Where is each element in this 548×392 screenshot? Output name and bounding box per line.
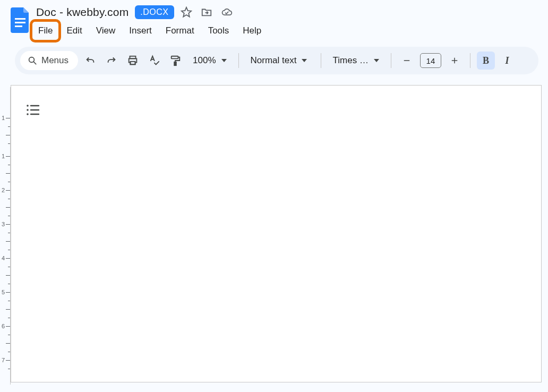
undo-icon xyxy=(84,55,96,66)
divider xyxy=(238,53,239,68)
menu-view[interactable]: View xyxy=(90,22,122,39)
svg-rect-2 xyxy=(15,25,22,27)
chevron-down-icon xyxy=(221,59,227,62)
bold-button[interactable]: B xyxy=(477,52,495,70)
outline-toggle[interactable] xyxy=(26,104,40,116)
search-icon xyxy=(28,56,37,65)
move-folder-icon[interactable] xyxy=(201,6,212,18)
menu-help[interactable]: Help xyxy=(236,22,268,39)
spellcheck-icon xyxy=(148,55,160,66)
spellcheck-button[interactable] xyxy=(145,52,163,70)
menu-bar: File Edit View Insert Format Tools Help xyxy=(32,22,268,39)
docx-badge: .DOCX xyxy=(135,5,174,19)
font-dropdown[interactable]: Times … xyxy=(328,55,384,66)
vertical-ruler: 1 1 2 3 4 5 6 7 xyxy=(0,87,11,385)
paragraph-style-value: Normal text xyxy=(251,55,297,66)
svg-point-12 xyxy=(27,105,29,107)
chevron-down-icon xyxy=(374,59,379,62)
cloud-status-icon[interactable] xyxy=(221,6,233,18)
document-page[interactable] xyxy=(11,85,542,382)
font-value: Times … xyxy=(333,55,369,66)
italic-icon: I xyxy=(505,55,509,66)
svg-line-4 xyxy=(33,62,36,64)
docs-logo[interactable] xyxy=(10,6,31,34)
undo-button[interactable] xyxy=(81,52,99,70)
minus-icon xyxy=(402,56,412,65)
svg-rect-1 xyxy=(15,22,25,23)
paint-format-button[interactable] xyxy=(166,52,184,70)
svg-rect-8 xyxy=(174,62,176,65)
menus-label: Menus xyxy=(41,55,68,66)
redo-icon xyxy=(106,55,117,66)
menu-edit[interactable]: Edit xyxy=(60,22,88,39)
zoom-dropdown[interactable]: 100% xyxy=(187,55,232,66)
svg-rect-0 xyxy=(15,18,25,20)
chevron-down-icon xyxy=(302,59,307,62)
divider xyxy=(321,53,321,68)
menu-tools[interactable]: Tools xyxy=(202,22,236,39)
font-size-increase[interactable] xyxy=(446,52,464,70)
doc-title[interactable]: Doc - kwebby.com xyxy=(36,6,129,19)
print-button[interactable] xyxy=(124,52,142,70)
toolbar: Menus 100% Normal text Times … 14 xyxy=(15,47,538,74)
divider xyxy=(470,53,470,68)
divider xyxy=(391,53,391,68)
bold-icon: B xyxy=(483,55,489,66)
menu-insert[interactable]: Insert xyxy=(123,22,158,39)
font-size-input[interactable]: 14 xyxy=(420,53,441,68)
italic-button[interactable]: I xyxy=(498,52,516,70)
menu-file[interactable]: File xyxy=(32,22,59,39)
svg-rect-6 xyxy=(130,62,135,65)
font-size-decrease[interactable] xyxy=(398,52,416,70)
menu-format[interactable]: Format xyxy=(159,22,201,39)
print-icon xyxy=(127,55,139,66)
redo-button[interactable] xyxy=(102,52,121,70)
list-icon xyxy=(26,104,40,116)
zoom-value: 100% xyxy=(193,55,216,66)
svg-rect-7 xyxy=(172,56,178,59)
menus-search[interactable]: Menus xyxy=(20,51,78,70)
svg-point-14 xyxy=(27,109,29,111)
star-icon[interactable] xyxy=(181,6,192,18)
plus-icon xyxy=(450,56,459,65)
svg-point-16 xyxy=(27,113,29,115)
paint-format-icon xyxy=(169,55,181,66)
paragraph-style-dropdown[interactable]: Normal text xyxy=(245,55,314,66)
